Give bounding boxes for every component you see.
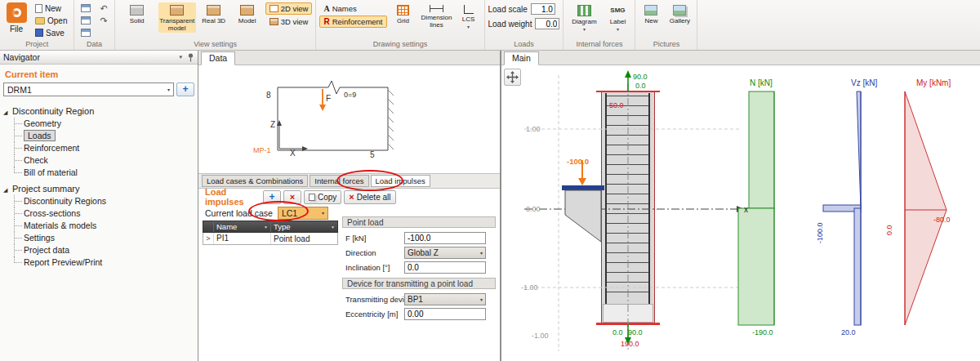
gridlines	[524, 75, 742, 351]
add-region-button[interactable]: +	[176, 82, 194, 96]
direction-value: Global Z	[408, 248, 439, 257]
group-label-view-settings: View settings	[115, 40, 316, 50]
undo-button[interactable]: ↶	[96, 2, 110, 14]
label-button[interactable]: SMGLabel▾	[604, 2, 631, 33]
tab-data[interactable]: Data	[201, 51, 235, 65]
tree-item-geometry[interactable]: Geometry	[11, 118, 196, 130]
impulse-type-cell[interactable]: Point load	[271, 234, 337, 243]
tree-item-cross-sections[interactable]: Cross-sections	[11, 207, 196, 220]
paste-table-icon	[81, 16, 91, 25]
group-label-internal-forces: Internal forces	[564, 40, 635, 50]
open-button[interactable]: Open	[32, 15, 70, 26]
lcs-label: LCS	[462, 16, 475, 23]
copy-ribbon-button[interactable]	[78, 2, 94, 14]
load-weight-label: Load weight	[488, 20, 532, 29]
tab-load-impulses[interactable]: Load impulses	[371, 175, 430, 187]
names-toggle[interactable]: ANames	[319, 2, 386, 15]
group-label-pictures: Pictures	[635, 40, 697, 50]
save-button[interactable]: Save	[32, 27, 70, 38]
real-3d-button[interactable]: Real 3D	[198, 2, 229, 25]
dimension-lines-toggle[interactable]: Dimension lines	[420, 2, 454, 29]
delete-all-button[interactable]: ×Delete all	[344, 190, 395, 204]
redo-button[interactable]: ↷	[96, 15, 110, 26]
diagram-button[interactable]: Diagram▾	[567, 2, 601, 33]
solid-view-button[interactable]: Solid	[118, 2, 156, 25]
tree-item-loads[interactable]: Loads	[11, 130, 196, 142]
ribbon-group-data: ↶ ↷ Data	[74, 0, 114, 50]
name-filter-icon[interactable]: ▼	[264, 225, 268, 230]
navigator-menu-icon[interactable]: ▾	[179, 54, 182, 60]
load-scale-input[interactable]	[531, 3, 555, 15]
add-impulse-button[interactable]: +	[263, 190, 281, 204]
ruler-0: 0.00	[526, 205, 541, 213]
f-value-input[interactable]	[404, 232, 486, 244]
current-item-dropdown-icon[interactable]: ▾	[165, 87, 170, 92]
delete-all-label: Delete all	[357, 193, 391, 202]
delete-impulse-button[interactable]: ×	[283, 190, 301, 204]
idea-logo-icon[interactable]	[7, 2, 27, 23]
row-expander[interactable]: >	[203, 233, 214, 244]
diagram-dropdown-icon[interactable]: ▾	[583, 27, 586, 33]
open-button-label: Open	[47, 16, 67, 25]
table-row[interactable]: > PI1 Point load	[203, 233, 338, 245]
tree-item-report-preview-print[interactable]: Report Preview/Print	[11, 256, 196, 269]
reinforcement-toggle[interactable]: RReinforcement	[319, 16, 386, 28]
model-view-button[interactable]: Model	[232, 2, 263, 25]
main-canvas[interactable]: 1.00 0.00 -1.00 -1.00 x 90.0 0.0 -50.0 -…	[501, 65, 980, 361]
ribbon-group-pictures: New Gallery Pictures	[635, 0, 697, 50]
transmitting-device-select[interactable]: BP1▾	[404, 293, 486, 305]
device-dropdown-icon[interactable]: ▾	[478, 296, 483, 302]
type-column-header[interactable]: Type▼	[271, 221, 337, 232]
copy-impulse-button[interactable]: Copy	[304, 190, 341, 204]
tree-item-bill-of-material[interactable]: Bill of material	[11, 167, 196, 179]
tree-item-reinforcement[interactable]: Reinforcement	[11, 142, 196, 154]
tree-item-discontinuity-regions[interactable]: Discontinuity Regions	[11, 195, 196, 207]
direction-select[interactable]: Global Z▾	[404, 247, 486, 259]
name-column-header[interactable]: Name▼	[214, 221, 271, 232]
tree-section-project-summary[interactable]: ◢Project summary	[3, 182, 196, 195]
diagram-label: Diagram	[572, 18, 596, 25]
transmitting-device-label: Transmitting device	[342, 295, 404, 304]
tree-item-materials-models[interactable]: Materials & models	[11, 220, 196, 232]
pin-icon[interactable]	[187, 53, 194, 62]
name-header-label: Name	[216, 222, 237, 231]
tree-item-project-data[interactable]: Project data	[11, 244, 196, 256]
transparent-model-button[interactable]: Transparent model	[158, 2, 196, 33]
file-menu-button[interactable]: File	[10, 25, 23, 33]
f-label: F [kN]	[342, 234, 404, 243]
current-load-case-select[interactable]: LC1 ▾	[278, 207, 328, 220]
corbel[interactable]	[565, 190, 601, 242]
label-dropdown-icon[interactable]: ▾	[617, 27, 619, 33]
new-button[interactable]: New	[32, 2, 70, 14]
direction-dropdown-icon[interactable]: ▾	[478, 250, 483, 256]
node-label-8: 8	[266, 91, 271, 100]
gallery-button[interactable]: Gallery	[666, 2, 693, 25]
lcs-button[interactable]: LCS▾	[457, 2, 481, 31]
eccentricity-input[interactable]	[404, 308, 486, 320]
reinforcement-label: Reinforcement	[332, 17, 383, 26]
tab-main[interactable]: Main	[504, 51, 539, 65]
impulse-name-cell[interactable]: PI1	[214, 233, 271, 244]
lcs-dropdown-icon[interactable]: ▾	[467, 25, 470, 30]
load-weight-input[interactable]	[535, 18, 559, 29]
paste-ribbon-button[interactable]	[78, 15, 94, 26]
type-filter-icon[interactable]: ▼	[331, 225, 335, 230]
node-label-5: 5	[370, 150, 375, 159]
grid-toggle[interactable]: Grid	[390, 2, 417, 25]
clipboard-button[interactable]	[78, 27, 94, 38]
tree-item-check[interactable]: Check	[11, 154, 196, 167]
tab-load-cases-combinations[interactable]: Load cases & Combinations	[202, 175, 308, 187]
ruler-minus1: -1.00	[521, 283, 538, 292]
view-3d-button[interactable]: 3D view	[265, 16, 313, 28]
view-2d-button[interactable]: 2D view	[265, 2, 313, 15]
current-item-select[interactable]: DRM1 ▾	[3, 82, 174, 96]
data-tabstrip: Data	[198, 51, 500, 65]
new-picture-button[interactable]: New	[639, 2, 663, 25]
direction-label: Direction	[342, 248, 404, 257]
tree-item-settings[interactable]: Settings	[11, 232, 196, 244]
load-case-dropdown-icon[interactable]: ▾	[319, 210, 324, 216]
tree-section-discontinuity-region[interactable]: ◢Discontinuity Region	[3, 105, 196, 118]
tab-internal-forces[interactable]: Internal forces	[310, 175, 368, 187]
inclination-input[interactable]	[404, 261, 486, 274]
ruler-x-minus1: -1.00	[532, 332, 549, 340]
